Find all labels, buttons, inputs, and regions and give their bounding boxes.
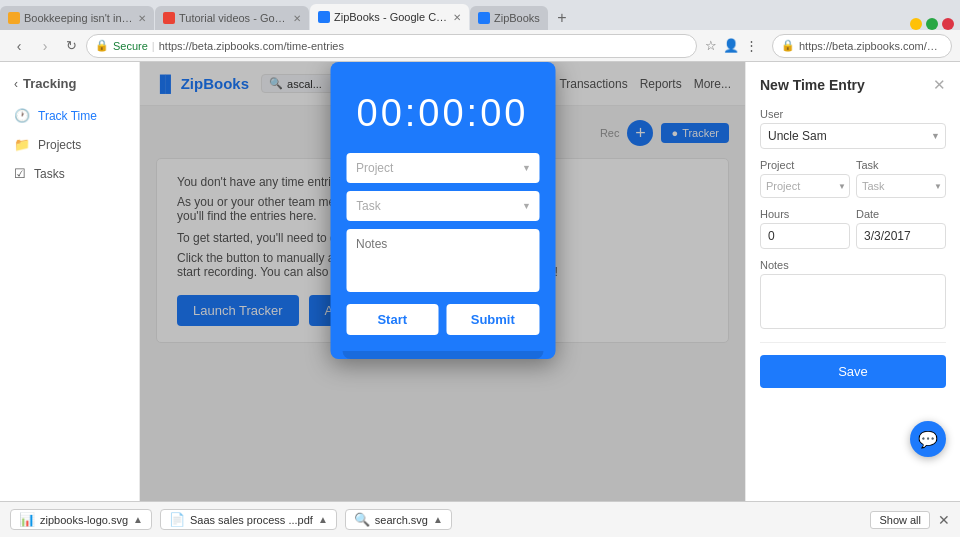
download-icon-1: 📊 bbox=[19, 512, 35, 527]
close-downloads-icon[interactable]: ✕ bbox=[938, 512, 950, 528]
user-field-group: User Uncle Sam ▼ bbox=[760, 108, 946, 149]
tab-label-3: ZipBooks - Google Chrome bbox=[334, 11, 449, 23]
download-item-1[interactable]: 📊 zipbooks-logo.svg ▲ bbox=[10, 509, 152, 530]
user-select[interactable]: Uncle Sam bbox=[760, 123, 946, 149]
profile-icon[interactable]: 👤 bbox=[721, 36, 741, 55]
sidebar-item-tasks[interactable]: ☑ Tasks bbox=[0, 159, 139, 188]
panel-close-icon[interactable]: ✕ bbox=[933, 76, 946, 94]
track-time-label: Track Time bbox=[38, 109, 97, 123]
tab-zipbooks-active[interactable]: ZipBooks - Google Chrome ✕ bbox=[310, 4, 469, 30]
tab-close-3[interactable]: ✕ bbox=[453, 12, 461, 23]
tab-close-1[interactable]: ✕ bbox=[138, 13, 146, 24]
task-dropdown-wrapper[interactable]: Task ▼ bbox=[346, 191, 539, 221]
hours-label: Hours bbox=[760, 208, 850, 220]
tab-label-1: Bookkeeping isn't inhos... bbox=[24, 12, 134, 24]
notes-textarea[interactable] bbox=[760, 274, 946, 329]
clock-icon: 🕐 bbox=[14, 108, 30, 123]
tab-label-2: Tutorial videos - Google ... bbox=[179, 12, 289, 24]
project-field-group: Project Project ▼ bbox=[760, 159, 850, 198]
hours-date-row: Hours Date bbox=[760, 208, 946, 249]
date-field-group: Date bbox=[856, 208, 946, 249]
download-name-3: search.svg bbox=[375, 514, 428, 526]
notes-input[interactable] bbox=[346, 229, 539, 289]
task-label: Task bbox=[856, 159, 946, 171]
back-arrow-icon: ‹ bbox=[14, 77, 18, 91]
browser-toolbar: ‹ › ↻ 🔒 Secure | https://beta.zipbooks.c… bbox=[0, 30, 960, 62]
download-item-2[interactable]: 📄 Saas sales process ...pdf ▲ bbox=[160, 509, 337, 530]
sidebar-back[interactable]: ‹ Tracking bbox=[0, 70, 139, 97]
download-arrow-3: ▲ bbox=[433, 514, 443, 525]
sidebar-item-track-time[interactable]: 🕐 Track Time bbox=[0, 101, 139, 130]
timer-display: 00:00:00 bbox=[346, 92, 539, 135]
task-field-wrapper[interactable]: Task ▼ bbox=[856, 174, 946, 198]
tab-favicon-4 bbox=[478, 12, 490, 24]
start-button[interactable]: Start bbox=[346, 304, 439, 335]
tab-zipbooks-2[interactable]: ZipBooks bbox=[470, 6, 548, 30]
notes-label: Notes bbox=[760, 259, 946, 271]
popup-action-buttons: Start Submit bbox=[346, 304, 539, 335]
window-maximize[interactable] bbox=[926, 18, 938, 30]
main-content: ▐▌ ZipBooks 🔍 📄 Invoices 💱 Transactions bbox=[140, 62, 745, 501]
browser-window: Bookkeeping isn't inhos... ✕ Tutorial vi… bbox=[0, 0, 960, 537]
tab-label-4: ZipBooks bbox=[494, 12, 540, 24]
tracker-popup: 00:00:00 Project ▼ Task ▼ bbox=[330, 62, 555, 359]
panel-divider bbox=[760, 342, 946, 343]
task-field-select[interactable]: Task bbox=[856, 174, 946, 198]
chat-icon: 💬 bbox=[918, 430, 938, 449]
bookmark-star-icon[interactable]: ☆ bbox=[703, 36, 719, 55]
show-all-button[interactable]: Show all bbox=[870, 511, 930, 529]
reload-button[interactable]: ↻ bbox=[60, 35, 82, 57]
lock-icon-2: 🔒 bbox=[781, 39, 795, 52]
project-label: Project bbox=[760, 159, 850, 171]
date-input[interactable] bbox=[856, 223, 946, 249]
new-time-entry-panel: New Time Entry ✕ User Uncle Sam ▼ Projec… bbox=[745, 62, 960, 501]
date-label: Date bbox=[856, 208, 946, 220]
hours-field-group: Hours bbox=[760, 208, 850, 249]
panel-title: New Time Entry bbox=[760, 77, 865, 93]
sidebar: ‹ Tracking 🕐 Track Time 📁 Projects ☑ Tas… bbox=[0, 62, 140, 501]
menu-icon[interactable]: ⋮ bbox=[743, 36, 760, 55]
new-tab-button[interactable]: + bbox=[549, 6, 575, 30]
user-label: User bbox=[760, 108, 946, 120]
panel-header: New Time Entry ✕ bbox=[760, 76, 946, 94]
back-button[interactable]: ‹ bbox=[8, 35, 30, 57]
project-dropdown-wrapper[interactable]: Project ▼ bbox=[346, 153, 539, 183]
address-bar-2[interactable]: 🔒 https://beta.zipbooks.com/time-tracker bbox=[772, 34, 952, 58]
download-arrow-1: ▲ bbox=[133, 514, 143, 525]
url-text-2: https://beta.zipbooks.com/time-tracker bbox=[799, 40, 939, 52]
tasks-label: Tasks bbox=[34, 167, 65, 181]
submit-button[interactable]: Submit bbox=[447, 304, 540, 335]
hours-input[interactable] bbox=[760, 223, 850, 249]
tab-bar: Bookkeeping isn't inhos... ✕ Tutorial vi… bbox=[0, 0, 960, 30]
check-icon: ☑ bbox=[14, 166, 26, 181]
window-minimize[interactable] bbox=[910, 18, 922, 30]
project-task-row: Project Project ▼ Task Task ▼ bbox=[760, 159, 946, 198]
folder-icon: 📁 bbox=[14, 137, 30, 152]
tab-tutorial[interactable]: Tutorial videos - Google ... ✕ bbox=[155, 6, 309, 30]
window-close[interactable] bbox=[942, 18, 954, 30]
tab-favicon-2 bbox=[163, 12, 175, 24]
save-button[interactable]: Save bbox=[760, 355, 946, 388]
tab-favicon-1 bbox=[8, 12, 20, 24]
tab-bookkeeping[interactable]: Bookkeeping isn't inhos... ✕ bbox=[0, 6, 154, 30]
forward-button[interactable]: › bbox=[34, 35, 56, 57]
download-name-2: Saas sales process ...pdf bbox=[190, 514, 313, 526]
user-select-wrapper[interactable]: Uncle Sam ▼ bbox=[760, 123, 946, 149]
download-bar: 📊 zipbooks-logo.svg ▲ 📄 Saas sales proce… bbox=[0, 501, 960, 537]
projects-label: Projects bbox=[38, 138, 81, 152]
notes-field-group: Notes bbox=[760, 259, 946, 332]
sidebar-item-projects[interactable]: 📁 Projects bbox=[0, 130, 139, 159]
notes-wrapper[interactable] bbox=[346, 229, 539, 292]
project-field-select[interactable]: Project bbox=[760, 174, 850, 198]
tab-close-2[interactable]: ✕ bbox=[293, 13, 301, 24]
download-name-1: zipbooks-logo.svg bbox=[40, 514, 128, 526]
project-field-wrapper[interactable]: Project ▼ bbox=[760, 174, 850, 198]
download-item-3[interactable]: 🔍 search.svg ▲ bbox=[345, 509, 452, 530]
chat-bubble-button[interactable]: 💬 bbox=[910, 421, 946, 457]
address-bar[interactable]: 🔒 Secure | https://beta.zipbooks.com/tim… bbox=[86, 34, 697, 58]
tab-favicon-3 bbox=[318, 11, 330, 23]
url-text: https://beta.zipbooks.com/time-entries bbox=[159, 40, 344, 52]
project-select[interactable]: Project bbox=[346, 153, 539, 183]
task-select[interactable]: Task bbox=[346, 191, 539, 221]
lock-icon: 🔒 bbox=[95, 39, 109, 52]
